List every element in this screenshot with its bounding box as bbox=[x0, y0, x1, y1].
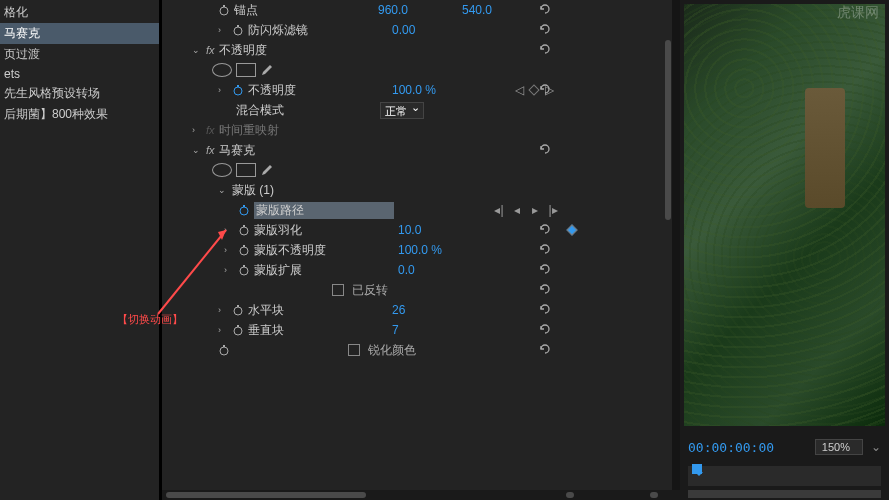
mask-ellipse-button[interactable] bbox=[212, 163, 232, 177]
prop-label: 蒙版扩展 bbox=[254, 262, 394, 279]
reset-icon[interactable] bbox=[538, 342, 552, 359]
reset-icon[interactable] bbox=[538, 142, 552, 159]
effect-item[interactable]: 后期菌】800种效果 bbox=[0, 104, 159, 125]
prop-value[interactable]: 100.0 % bbox=[392, 83, 472, 97]
annotation-text: 【切换动画】 bbox=[117, 312, 183, 327]
program-monitor: 00:00:00:00 150% ⌄ bbox=[680, 0, 889, 500]
prop-value[interactable]: 100.0 % bbox=[398, 243, 478, 257]
reset-icon[interactable] bbox=[538, 262, 552, 279]
stopwatch-icon[interactable] bbox=[232, 304, 244, 316]
checkbox-label: 已反转 bbox=[352, 282, 388, 299]
prop-label: 锚点 bbox=[234, 2, 374, 19]
reset-icon[interactable] bbox=[538, 2, 552, 19]
time-ruler[interactable] bbox=[688, 466, 881, 486]
svg-point-10 bbox=[240, 247, 248, 255]
stopwatch-icon[interactable] bbox=[238, 204, 250, 216]
svg-point-14 bbox=[234, 307, 242, 315]
svg-point-2 bbox=[234, 27, 242, 35]
prop-label: 混合模式 bbox=[236, 102, 376, 119]
svg-point-6 bbox=[240, 207, 248, 215]
svg-point-8 bbox=[240, 227, 248, 235]
prop-value[interactable]: 10.0 bbox=[398, 223, 478, 237]
mask-rect-button[interactable] bbox=[236, 63, 256, 77]
track-fwd-play-icon[interactable]: ▸ bbox=[528, 203, 542, 217]
reset-icon[interactable] bbox=[538, 82, 552, 99]
mask-ellipse-button[interactable] bbox=[212, 63, 232, 77]
track-back-icon[interactable]: ◂| bbox=[492, 203, 506, 217]
reset-icon[interactable] bbox=[538, 322, 552, 339]
effect-item[interactable]: 先生风格预设转场 bbox=[0, 83, 159, 104]
preview-area[interactable] bbox=[684, 4, 885, 426]
checkbox-label: 锐化颜色 bbox=[368, 342, 416, 359]
playhead[interactable] bbox=[692, 464, 702, 474]
svg-point-18 bbox=[220, 347, 228, 355]
caret-icon[interactable]: › bbox=[218, 305, 228, 315]
effect-controls: 锚点 960.0 540.0 › 防闪烁滤镜 0.00 ⌄ fx 不透明度 › bbox=[162, 0, 562, 500]
caret-icon[interactable]: › bbox=[192, 125, 202, 135]
zoom-dropdown[interactable]: 150% bbox=[815, 439, 863, 455]
svg-rect-17 bbox=[237, 325, 239, 327]
prev-keyframe-icon[interactable]: ◁ bbox=[512, 83, 526, 97]
effect-item[interactable]: 页过渡 bbox=[0, 44, 159, 65]
reset-icon[interactable] bbox=[538, 282, 552, 299]
work-area-bar[interactable] bbox=[688, 490, 881, 498]
track-back-play-icon[interactable]: ◂ bbox=[510, 203, 524, 217]
prop-value[interactable]: 0.0 bbox=[398, 263, 478, 277]
svg-point-0 bbox=[220, 7, 228, 15]
pen-icon[interactable] bbox=[260, 63, 274, 77]
stopwatch-icon[interactable] bbox=[218, 4, 230, 16]
reset-icon[interactable] bbox=[538, 22, 552, 39]
fx-icon: fx bbox=[206, 124, 215, 136]
stopwatch-icon[interactable] bbox=[232, 84, 244, 96]
prop-label: 不透明度 bbox=[248, 82, 388, 99]
pen-icon[interactable] bbox=[260, 163, 274, 177]
prop-value[interactable]: 540.0 bbox=[462, 3, 542, 17]
caret-icon[interactable]: ⌄ bbox=[192, 145, 202, 155]
caret-icon[interactable]: ⌄ bbox=[192, 45, 202, 55]
prop-value[interactable]: 0.00 bbox=[392, 23, 472, 37]
caret-icon[interactable]: › bbox=[224, 225, 234, 235]
svg-rect-15 bbox=[237, 305, 239, 307]
prop-value[interactable]: 960.0 bbox=[378, 3, 458, 17]
stopwatch-icon[interactable] bbox=[218, 344, 230, 356]
stopwatch-icon[interactable] bbox=[232, 24, 244, 36]
reset-icon[interactable] bbox=[538, 302, 552, 319]
caret-icon[interactable]: › bbox=[218, 325, 228, 335]
caret-icon[interactable]: › bbox=[218, 85, 228, 95]
track-fwd-icon[interactable]: |▸ bbox=[546, 203, 560, 217]
effect-item[interactable]: ets bbox=[0, 65, 159, 83]
h-scrollbar[interactable] bbox=[562, 490, 672, 500]
caret-icon[interactable]: › bbox=[224, 245, 234, 255]
prop-label: 时间重映射 bbox=[219, 122, 359, 139]
blend-mode-dropdown[interactable]: 正常 bbox=[380, 102, 424, 119]
prop-value[interactable]: 7 bbox=[392, 323, 472, 337]
keyframe-timeline bbox=[562, 0, 672, 500]
reset-icon[interactable] bbox=[538, 42, 552, 59]
caret-icon[interactable]: ⌄ bbox=[218, 185, 228, 195]
svg-rect-19 bbox=[223, 345, 225, 347]
prop-label: 垂直块 bbox=[248, 322, 388, 339]
prop-value[interactable]: 26 bbox=[392, 303, 472, 317]
prop-label-opacity: 不透明度 bbox=[219, 42, 359, 59]
stopwatch-icon[interactable] bbox=[238, 264, 250, 276]
mask-rect-button[interactable] bbox=[236, 163, 256, 177]
effect-item-mosaic[interactable]: 马赛克 bbox=[0, 23, 159, 44]
stopwatch-icon[interactable] bbox=[238, 224, 250, 236]
keyframe-marker[interactable] bbox=[566, 224, 577, 235]
fx-icon: fx bbox=[206, 44, 215, 56]
stopwatch-icon[interactable] bbox=[232, 324, 244, 336]
sharpen-checkbox[interactable] bbox=[348, 344, 360, 356]
preview-image bbox=[684, 4, 885, 426]
timecode[interactable]: 00:00:00:00 bbox=[688, 440, 774, 455]
effect-item[interactable]: 格化 bbox=[0, 2, 159, 23]
chevron-down-icon[interactable]: ⌄ bbox=[871, 440, 881, 454]
prop-label: 蒙版羽化 bbox=[254, 222, 394, 239]
svg-rect-13 bbox=[243, 265, 245, 267]
stopwatch-icon[interactable] bbox=[238, 244, 250, 256]
caret-icon[interactable]: › bbox=[218, 25, 228, 35]
reset-icon[interactable] bbox=[538, 222, 552, 239]
v-scrollbar[interactable] bbox=[664, 0, 672, 490]
reset-icon[interactable] bbox=[538, 242, 552, 259]
caret-icon[interactable]: › bbox=[224, 265, 234, 275]
inverted-checkbox[interactable] bbox=[332, 284, 344, 296]
